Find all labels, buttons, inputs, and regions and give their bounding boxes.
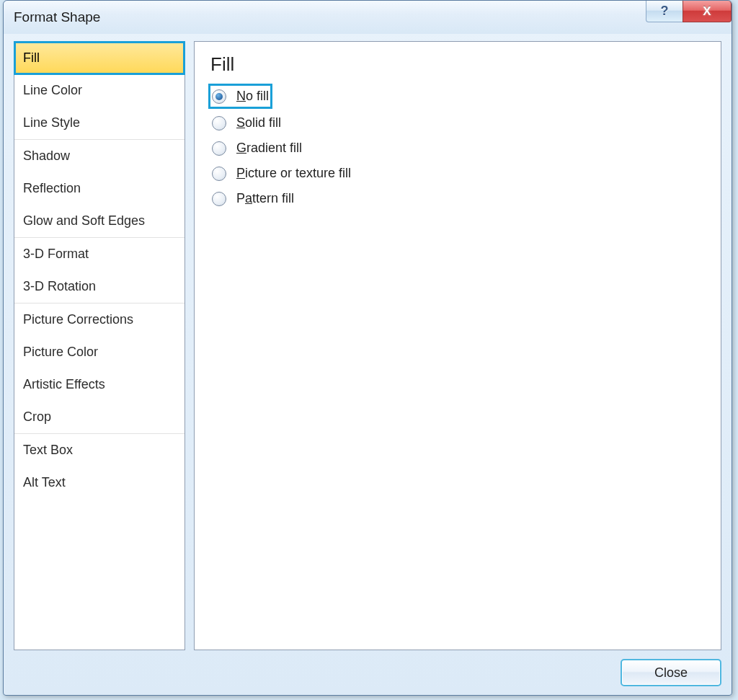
sidebar-item-artistic-effects[interactable]: Artistic Effects xyxy=(14,368,184,401)
radio-label: Gradient fill xyxy=(236,141,302,156)
radio-icon xyxy=(212,89,226,104)
panel-heading: Fill xyxy=(210,53,705,76)
radio-icon xyxy=(212,116,226,130)
help-icon: ? xyxy=(661,4,669,19)
sidebar-item-3-d-rotation[interactable]: 3-D Rotation xyxy=(14,270,184,303)
titlebar-controls: ? X xyxy=(646,1,732,24)
dialog-body: FillLine ColorLine StyleShadowReflection… xyxy=(4,34,732,695)
radio-label: Solid fill xyxy=(236,115,281,130)
fill-panel: Fill No fillSolid fillGradient fillPictu… xyxy=(194,41,721,650)
window-close-button[interactable]: X xyxy=(683,1,732,22)
fill-option[interactable]: No fill xyxy=(208,84,272,109)
sidebar-group: FillLine ColorLine Style xyxy=(14,41,184,140)
fill-option[interactable]: Solid fill xyxy=(210,110,705,136)
radio-label: Picture or texture fill xyxy=(236,166,351,181)
sidebar-item-glow-and-soft-edges[interactable]: Glow and Soft Edges xyxy=(14,205,184,237)
format-shape-dialog: Format Shape ? X FillLine ColorLine Styl… xyxy=(3,0,732,696)
window-title: Format Shape xyxy=(14,9,100,25)
titlebar: Format Shape ? X xyxy=(4,1,732,34)
sidebar-group: 3-D Format3-D Rotation xyxy=(14,238,184,304)
help-button[interactable]: ? xyxy=(646,1,683,22)
sidebar-item-shadow[interactable]: Shadow xyxy=(14,140,184,172)
sidebar-item-line-style[interactable]: Line Style xyxy=(14,107,184,139)
radio-icon xyxy=(212,141,226,156)
sidebar-item-text-box[interactable]: Text Box xyxy=(14,434,184,466)
close-button-label: Close xyxy=(654,665,688,681)
radio-icon xyxy=(212,192,226,206)
sidebar-item-3-d-format[interactable]: 3-D Format xyxy=(14,238,184,270)
fill-option[interactable]: Gradient fill xyxy=(210,136,705,161)
fill-option[interactable]: Pattern fill xyxy=(210,186,705,211)
sidebar-item-line-color[interactable]: Line Color xyxy=(14,74,184,107)
panels: FillLine ColorLine StyleShadowReflection… xyxy=(14,41,721,650)
sidebar-item-picture-corrections[interactable]: Picture Corrections xyxy=(14,304,184,336)
sidebar-item-picture-color[interactable]: Picture Color xyxy=(14,336,184,368)
sidebar-item-alt-text[interactable]: Alt Text xyxy=(14,466,184,499)
radio-label: Pattern fill xyxy=(236,191,294,206)
radio-icon xyxy=(212,167,226,181)
radio-label: No fill xyxy=(236,89,269,104)
sidebar-item-crop[interactable]: Crop xyxy=(14,401,184,433)
sidebar-group: Text BoxAlt Text xyxy=(14,434,184,499)
close-button[interactable]: Close xyxy=(621,659,721,686)
sidebar-group: Picture CorrectionsPicture ColorArtistic… xyxy=(14,304,184,434)
fill-option[interactable]: Picture or texture fill xyxy=(210,161,705,186)
sidebar-item-reflection[interactable]: Reflection xyxy=(14,172,184,205)
dialog-footer: Close xyxy=(14,650,721,686)
sidebar-item-fill[interactable]: Fill xyxy=(14,41,185,75)
category-sidebar: FillLine ColorLine StyleShadowReflection… xyxy=(14,41,185,650)
fill-options: No fillSolid fillGradient fillPicture or… xyxy=(210,84,705,211)
close-icon: X xyxy=(703,4,711,19)
sidebar-group: ShadowReflectionGlow and Soft Edges xyxy=(14,140,184,238)
